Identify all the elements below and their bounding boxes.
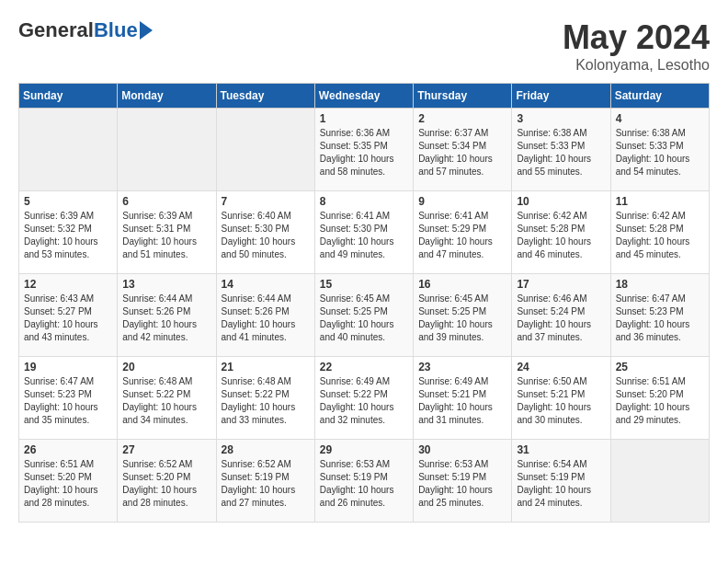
column-header-tuesday: Tuesday xyxy=(216,84,314,109)
day-number: 26 xyxy=(24,443,112,456)
day-info: Sunrise: 6:45 AM Sunset: 5:25 PM Dayligh… xyxy=(320,293,408,344)
calendar-cell: 2Sunrise: 6:37 AM Sunset: 5:34 PM Daylig… xyxy=(414,109,512,191)
day-number: 3 xyxy=(517,112,605,125)
day-number: 15 xyxy=(320,278,408,291)
day-number: 30 xyxy=(418,443,506,456)
day-number: 19 xyxy=(24,361,112,373)
day-info: Sunrise: 6:51 AM Sunset: 5:20 PM Dayligh… xyxy=(616,375,704,427)
calendar-cell: 9Sunrise: 6:41 AM Sunset: 5:29 PM Daylig… xyxy=(414,191,512,274)
day-info: Sunrise: 6:49 AM Sunset: 5:22 PM Dayligh… xyxy=(320,375,408,427)
calendar-cell: 21Sunrise: 6:48 AM Sunset: 5:22 PM Dayli… xyxy=(216,357,314,440)
day-number: 21 xyxy=(222,361,310,373)
calendar-cell: 27Sunrise: 6:52 AM Sunset: 5:20 PM Dayli… xyxy=(118,440,216,523)
title-block: May 2024 Kolonyama, Lesotho xyxy=(563,18,710,74)
day-number: 23 xyxy=(418,361,506,373)
day-info: Sunrise: 6:41 AM Sunset: 5:29 PM Dayligh… xyxy=(418,210,506,261)
column-header-monday: Monday xyxy=(118,84,216,109)
calendar-cell: 5Sunrise: 6:39 AM Sunset: 5:32 PM Daylig… xyxy=(19,191,118,274)
logo-general-text: General xyxy=(18,18,94,42)
calendar-cell xyxy=(216,109,314,191)
day-number: 1 xyxy=(320,112,408,125)
calendar-week-row: 26Sunrise: 6:51 AM Sunset: 5:20 PM Dayli… xyxy=(19,440,710,523)
day-info: Sunrise: 6:38 AM Sunset: 5:33 PM Dayligh… xyxy=(616,127,704,178)
page-header: General Blue May 2024 Kolonyama, Lesotho xyxy=(18,18,710,74)
calendar-cell: 4Sunrise: 6:38 AM Sunset: 5:33 PM Daylig… xyxy=(610,109,709,191)
calendar-cell: 26Sunrise: 6:51 AM Sunset: 5:20 PM Dayli… xyxy=(19,440,118,523)
location-title: Kolonyama, Lesotho xyxy=(563,57,710,74)
calendar-cell: 3Sunrise: 6:38 AM Sunset: 5:33 PM Daylig… xyxy=(512,109,610,191)
day-info: Sunrise: 6:51 AM Sunset: 5:20 PM Dayligh… xyxy=(24,458,112,510)
day-info: Sunrise: 6:38 AM Sunset: 5:33 PM Dayligh… xyxy=(517,127,605,178)
calendar-cell: 22Sunrise: 6:49 AM Sunset: 5:22 PM Dayli… xyxy=(314,357,413,440)
day-number: 8 xyxy=(320,195,408,208)
logo-blue-text: Blue xyxy=(94,18,138,42)
day-info: Sunrise: 6:53 AM Sunset: 5:19 PM Dayligh… xyxy=(418,458,506,510)
day-number: 17 xyxy=(517,278,605,291)
column-header-sunday: Sunday xyxy=(19,84,118,109)
day-info: Sunrise: 6:52 AM Sunset: 5:20 PM Dayligh… xyxy=(122,458,210,510)
day-info: Sunrise: 6:53 AM Sunset: 5:19 PM Dayligh… xyxy=(320,458,408,510)
day-number: 10 xyxy=(517,195,605,208)
day-info: Sunrise: 6:44 AM Sunset: 5:26 PM Dayligh… xyxy=(122,293,210,344)
calendar-cell: 14Sunrise: 6:44 AM Sunset: 5:26 PM Dayli… xyxy=(216,274,314,357)
day-info: Sunrise: 6:37 AM Sunset: 5:34 PM Dayligh… xyxy=(418,127,506,178)
calendar-cell: 30Sunrise: 6:53 AM Sunset: 5:19 PM Dayli… xyxy=(414,440,512,523)
calendar-cell: 16Sunrise: 6:45 AM Sunset: 5:25 PM Dayli… xyxy=(414,274,512,357)
calendar-cell xyxy=(118,109,216,191)
calendar-week-row: 1Sunrise: 6:36 AM Sunset: 5:35 PM Daylig… xyxy=(19,109,710,191)
day-number: 29 xyxy=(320,443,408,456)
calendar-cell: 12Sunrise: 6:43 AM Sunset: 5:27 PM Dayli… xyxy=(19,274,118,357)
day-info: Sunrise: 6:52 AM Sunset: 5:19 PM Dayligh… xyxy=(222,458,310,510)
calendar-table: SundayMondayTuesdayWednesdayThursdayFrid… xyxy=(18,83,710,523)
day-number: 4 xyxy=(616,112,704,125)
day-number: 12 xyxy=(24,278,112,291)
calendar-cell: 28Sunrise: 6:52 AM Sunset: 5:19 PM Dayli… xyxy=(216,440,314,523)
day-number: 20 xyxy=(122,361,210,373)
calendar-cell: 6Sunrise: 6:39 AM Sunset: 5:31 PM Daylig… xyxy=(118,191,216,274)
day-number: 2 xyxy=(418,112,506,125)
day-number: 31 xyxy=(517,443,605,456)
day-info: Sunrise: 6:46 AM Sunset: 5:24 PM Dayligh… xyxy=(517,293,605,344)
calendar-cell: 31Sunrise: 6:54 AM Sunset: 5:19 PM Dayli… xyxy=(512,440,610,523)
day-number: 11 xyxy=(616,195,704,208)
calendar-cell: 1Sunrise: 6:36 AM Sunset: 5:35 PM Daylig… xyxy=(314,109,413,191)
calendar-cell: 10Sunrise: 6:42 AM Sunset: 5:28 PM Dayli… xyxy=(512,191,610,274)
day-info: Sunrise: 6:50 AM Sunset: 5:21 PM Dayligh… xyxy=(517,375,605,427)
day-number: 18 xyxy=(616,278,704,291)
day-number: 24 xyxy=(517,361,605,373)
day-number: 27 xyxy=(122,443,210,456)
day-info: Sunrise: 6:47 AM Sunset: 5:23 PM Dayligh… xyxy=(616,293,704,344)
day-info: Sunrise: 6:48 AM Sunset: 5:22 PM Dayligh… xyxy=(122,375,210,427)
column-header-saturday: Saturday xyxy=(610,84,709,109)
day-number: 5 xyxy=(24,195,112,208)
day-info: Sunrise: 6:39 AM Sunset: 5:31 PM Dayligh… xyxy=(122,210,210,261)
calendar-cell: 15Sunrise: 6:45 AM Sunset: 5:25 PM Dayli… xyxy=(314,274,413,357)
column-header-friday: Friday xyxy=(512,84,610,109)
calendar-week-row: 19Sunrise: 6:47 AM Sunset: 5:23 PM Dayli… xyxy=(19,357,710,440)
calendar-cell: 7Sunrise: 6:40 AM Sunset: 5:30 PM Daylig… xyxy=(216,191,314,274)
calendar-cell: 8Sunrise: 6:41 AM Sunset: 5:30 PM Daylig… xyxy=(314,191,413,274)
day-number: 22 xyxy=(320,361,408,373)
calendar-cell: 20Sunrise: 6:48 AM Sunset: 5:22 PM Dayli… xyxy=(118,357,216,440)
day-info: Sunrise: 6:43 AM Sunset: 5:27 PM Dayligh… xyxy=(24,293,112,344)
day-info: Sunrise: 6:42 AM Sunset: 5:28 PM Dayligh… xyxy=(616,210,704,261)
day-number: 6 xyxy=(122,195,210,208)
column-header-thursday: Thursday xyxy=(414,84,512,109)
calendar-cell: 17Sunrise: 6:46 AM Sunset: 5:24 PM Dayli… xyxy=(512,274,610,357)
logo: General Blue xyxy=(18,18,153,42)
calendar-header-row: SundayMondayTuesdayWednesdayThursdayFrid… xyxy=(19,84,710,109)
calendar-cell: 13Sunrise: 6:44 AM Sunset: 5:26 PM Dayli… xyxy=(118,274,216,357)
day-info: Sunrise: 6:54 AM Sunset: 5:19 PM Dayligh… xyxy=(517,458,605,510)
day-number: 28 xyxy=(222,443,310,456)
day-info: Sunrise: 6:42 AM Sunset: 5:28 PM Dayligh… xyxy=(517,210,605,261)
calendar-week-row: 5Sunrise: 6:39 AM Sunset: 5:32 PM Daylig… xyxy=(19,191,710,274)
day-number: 7 xyxy=(222,195,310,208)
day-number: 16 xyxy=(418,278,506,291)
calendar-cell: 11Sunrise: 6:42 AM Sunset: 5:28 PM Dayli… xyxy=(610,191,709,274)
calendar-cell xyxy=(610,440,709,523)
day-info: Sunrise: 6:39 AM Sunset: 5:32 PM Dayligh… xyxy=(24,210,112,261)
calendar-cell: 18Sunrise: 6:47 AM Sunset: 5:23 PM Dayli… xyxy=(610,274,709,357)
calendar-cell xyxy=(19,109,118,191)
day-info: Sunrise: 6:40 AM Sunset: 5:30 PM Dayligh… xyxy=(222,210,310,261)
calendar-week-row: 12Sunrise: 6:43 AM Sunset: 5:27 PM Dayli… xyxy=(19,274,710,357)
